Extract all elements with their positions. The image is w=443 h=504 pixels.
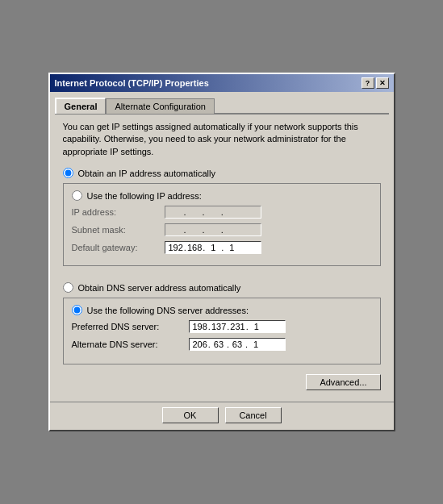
ip-auto-label: Obtain an IP address automatically	[78, 169, 215, 178]
ip-auto-radio-section: Obtain an IP address automatically	[63, 168, 381, 178]
dns-manual-group: Use the following DNS server addresses: …	[63, 298, 381, 364]
ip-address-label: IP address:	[72, 207, 165, 217]
subnet-mask-input[interactable]: . . .	[165, 223, 261, 236]
help-button[interactable]: ?	[362, 77, 374, 89]
ip-manual-radio[interactable]	[72, 190, 82, 201]
tab-bar: General Alternate Configuration	[55, 97, 389, 115]
tab-general[interactable]: General	[55, 98, 107, 114]
dns-auto-radio-section: Obtain DNS server address automatically	[63, 282, 381, 293]
dialog-content: General Alternate Configuration You can …	[50, 92, 394, 398]
description-text: You can get IP settings assigned automat…	[63, 121, 381, 158]
subnet-mask-label: Subnet mask:	[72, 225, 165, 235]
ok-button[interactable]: OK	[162, 407, 219, 423]
subnet-mask-row: Subnet mask: . . .	[72, 223, 372, 236]
cancel-button[interactable]: Cancel	[225, 407, 282, 423]
ip-auto-radio[interactable]	[63, 168, 73, 178]
bottom-button-row: OK Cancel	[50, 402, 394, 430]
default-gateway-label: Default gateway:	[72, 243, 165, 252]
alternate-dns-label: Alternate DNS server:	[72, 339, 189, 349]
title-bar: Internet Protocol (TCP/IP) Properties ? …	[50, 74, 394, 92]
ip-manual-group: Use the following IP address: IP address…	[63, 183, 381, 266]
advanced-button[interactable]: Advanced...	[306, 374, 380, 390]
dns-auto-radio-item: Obtain DNS server address automatically	[63, 282, 381, 293]
ip-auto-radio-item: Obtain an IP address automatically	[63, 168, 381, 178]
preferred-dns-label: Preferred DNS server:	[72, 322, 189, 331]
title-bar-buttons: ? ✕	[362, 77, 389, 89]
dns-auto-label: Obtain DNS server address automatically	[78, 283, 241, 293]
dns-manual-label: Use the following DNS server addresses:	[87, 306, 249, 315]
close-button[interactable]: ✕	[376, 77, 389, 89]
preferred-dns-input[interactable]: 198 . 137 . 231 . 1	[189, 320, 286, 333]
advanced-button-row: Advanced...	[55, 369, 389, 394]
ip-manual-radio-item: Use the following IP address:	[72, 190, 372, 201]
preferred-dns-row: Preferred DNS server: 198 . 137 . 231 . …	[72, 320, 372, 333]
ip-address-row: IP address: . . .	[72, 206, 372, 219]
alternate-dns-input[interactable]: 206 . 63 . 63 . 1	[189, 338, 286, 351]
default-gateway-row: Default gateway: 192 . 168 . 1 . 1	[72, 241, 372, 254]
alternate-dns-row: Alternate DNS server: 206 . 63 . 63 . 1	[72, 338, 372, 351]
dialog-window: Internet Protocol (TCP/IP) Properties ? …	[48, 73, 395, 431]
dns-manual-radio[interactable]	[72, 305, 82, 315]
default-gateway-input[interactable]: 192 . 168 . 1 . 1	[165, 241, 261, 254]
ip-manual-label: Use the following IP address:	[87, 191, 202, 201]
title-bar-text: Internet Protocol (TCP/IP) Properties	[55, 78, 209, 88]
dns-auto-radio[interactable]	[63, 282, 73, 293]
tab-alternate-configuration[interactable]: Alternate Configuration	[106, 98, 215, 115]
dns-manual-radio-item: Use the following DNS server addresses:	[72, 305, 372, 315]
ip-address-input[interactable]: . . .	[165, 206, 261, 219]
